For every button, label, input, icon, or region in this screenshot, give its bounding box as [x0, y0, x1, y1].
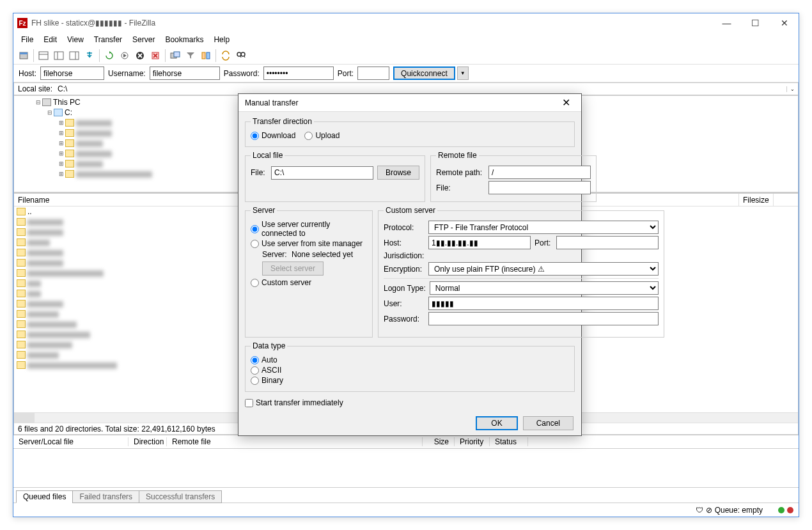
col-priority[interactable]: Priority — [455, 437, 490, 446]
cancel-button[interactable]: Cancel — [523, 416, 574, 430]
logon-type-select[interactable]: Normal — [430, 281, 659, 295]
tree-expand-icon[interactable]: ⊞ — [58, 150, 65, 157]
folder-icon — [17, 331, 26, 338]
tree-collapse-icon[interactable]: ⊟ — [35, 99, 42, 105]
menu-server[interactable]: Server — [127, 34, 160, 45]
password-label: Password: — [224, 69, 260, 78]
host-input[interactable] — [40, 66, 104, 80]
toolbar — [13, 47, 799, 65]
browse-button[interactable]: Browse — [377, 166, 419, 180]
radio-use-sitemanager[interactable]: Use server from site manager — [251, 239, 363, 248]
select-server-button[interactable]: Select server — [262, 261, 324, 276]
port-label: Port: — [338, 69, 354, 78]
quickconnect-history-dropdown[interactable]: ▼ — [457, 66, 469, 80]
refresh-icon[interactable] — [102, 48, 117, 63]
tree-expand-icon[interactable]: ⊞ — [58, 160, 65, 167]
menu-edit[interactable]: Edit — [38, 34, 62, 45]
custom-user-input[interactable] — [428, 297, 659, 310]
search-icon[interactable] — [233, 48, 249, 63]
menu-help[interactable]: Help — [208, 34, 235, 45]
folder-icon — [65, 129, 74, 137]
tree-expand-icon[interactable]: ⊞ — [58, 171, 65, 177]
custom-password-input[interactable] — [428, 312, 659, 325]
disconnect-icon[interactable] — [148, 48, 163, 63]
menu-file[interactable]: File — [16, 34, 38, 45]
encryption-select[interactable]: Only use plain FTP (insecure) ⚠ — [428, 262, 659, 276]
svg-rect-17 — [202, 52, 205, 59]
toggle-tree-icon[interactable] — [51, 48, 66, 63]
radio-custom-server[interactable]: Custom server — [251, 278, 311, 287]
col-remote-file[interactable]: Remote file — [167, 437, 423, 446]
cancel-icon[interactable] — [132, 48, 148, 63]
radio-binary[interactable]: Binary — [251, 376, 283, 385]
tree-expand-icon[interactable]: ⊞ — [58, 120, 65, 126]
tab-queued-files[interactable]: Queued files — [16, 490, 73, 503]
col-size[interactable]: Size — [423, 437, 455, 446]
tab-successful-transfers[interactable]: Successful transfers — [139, 490, 222, 503]
col-status[interactable]: Status — [490, 437, 528, 446]
tree-folder[interactable]: ▮▮▮▮▮▮▮▮ — [76, 149, 112, 158]
ok-button[interactable]: OK — [476, 416, 517, 430]
tree-folder[interactable]: ▮▮▮▮▮▮ — [76, 139, 103, 148]
tree-folder[interactable]: ▮▮▮▮▮▮ — [76, 159, 103, 168]
toggle-log-icon[interactable] — [36, 48, 51, 63]
remote-file-input[interactable] — [488, 181, 591, 194]
port-input[interactable] — [357, 66, 389, 80]
queue-status: Queue: empty — [715, 506, 763, 515]
username-label: Username: — [108, 69, 146, 78]
col-direction[interactable]: Direction — [129, 437, 167, 446]
svg-rect-6 — [70, 52, 79, 59]
process-queue-icon[interactable] — [117, 48, 132, 63]
lock-icon: 🛡 — [696, 506, 703, 515]
data-type-group: Data type Auto ASCII Binary — [245, 341, 575, 392]
tree-folder[interactable]: ▮▮▮▮▮▮▮▮ — [76, 129, 112, 137]
tree-expand-icon[interactable]: ⊞ — [58, 140, 65, 146]
filter-icon[interactable] — [183, 48, 198, 63]
queue-body[interactable] — [13, 449, 799, 487]
folder-icon — [17, 279, 26, 287]
radio-ascii[interactable]: ASCII — [251, 366, 281, 375]
minimize-button[interactable]: ― — [712, 14, 741, 33]
quickconnect-bar: Host: Username: Password: Port: Quickcon… — [13, 65, 799, 82]
quickconnect-button[interactable]: Quickconnect — [393, 66, 455, 80]
local-site-dropdown[interactable]: ⌄ — [786, 86, 798, 92]
local-file-input[interactable] — [271, 166, 373, 180]
tree-folder[interactable]: ▮▮▮▮▮▮▮▮▮▮▮▮▮▮▮▮▮ — [76, 169, 152, 178]
dialog-close-button[interactable]: ✕ — [553, 97, 579, 109]
radio-upload[interactable]: Upload — [304, 131, 340, 140]
toggle-remote-tree-icon[interactable] — [66, 48, 82, 63]
remote-file-group: Remote file Remote path: File: — [430, 151, 597, 202]
drive-icon — [54, 109, 63, 116]
sync-browse-icon[interactable] — [218, 48, 233, 63]
tree-collapse-icon[interactable]: ⊟ — [46, 109, 54, 116]
tree-expand-icon[interactable]: ⊞ — [58, 130, 65, 136]
radio-download[interactable]: Download — [251, 131, 295, 140]
server-group: Server Use server currently connected to… — [245, 206, 373, 338]
col-server-local[interactable]: Server/Local file — [13, 437, 129, 446]
tree-this-pc[interactable]: This PC — [53, 98, 81, 107]
menu-transfer[interactable]: Transfer — [89, 34, 127, 45]
protocol-select[interactable]: FTP - File Transfer Protocol — [428, 221, 659, 234]
maximize-button[interactable]: ☐ — [741, 14, 770, 33]
toggle-queue-icon[interactable] — [82, 48, 97, 63]
remote-path-input[interactable] — [488, 166, 591, 179]
col-filesize[interactable]: Filesize — [739, 194, 774, 206]
radio-auto[interactable]: Auto — [251, 355, 277, 364]
tree-drive-c[interactable]: C: — [65, 108, 72, 117]
radio-use-current[interactable]: Use server currently connected to — [251, 220, 367, 238]
compare-icon[interactable] — [198, 48, 214, 63]
username-input[interactable] — [150, 66, 220, 80]
custom-host-input[interactable] — [428, 236, 531, 249]
password-input[interactable] — [263, 66, 334, 80]
folder-icon — [65, 160, 74, 168]
start-immediately-checkbox[interactable]: Start transfer immediately — [245, 398, 343, 407]
close-button[interactable]: ✕ — [770, 14, 799, 33]
reconnect-icon[interactable] — [168, 48, 183, 63]
queue-tabs: Queued files Failed transfers Successful… — [13, 487, 799, 503]
tab-failed-transfers[interactable]: Failed transfers — [72, 490, 139, 503]
menu-view[interactable]: View — [62, 34, 89, 45]
sitemanager-icon[interactable] — [16, 48, 31, 63]
custom-port-input[interactable] — [556, 236, 659, 249]
tree-folder[interactable]: ▮▮▮▮▮▮▮▮ — [76, 118, 112, 127]
menu-bookmarks[interactable]: Bookmarks — [160, 34, 208, 45]
